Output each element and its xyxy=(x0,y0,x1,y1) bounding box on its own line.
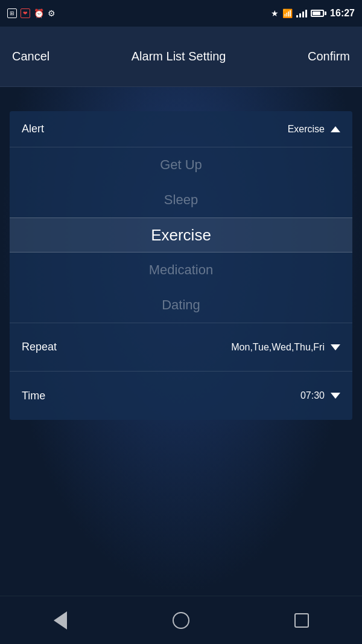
nav-recent-button[interactable] xyxy=(291,610,313,631)
alert-row[interactable]: Alert Exercise xyxy=(10,111,352,147)
picker-item-exercise[interactable]: Exercise xyxy=(10,217,352,253)
wifi-icon: 📶 xyxy=(282,8,293,18)
page-title: Alarm List Setting xyxy=(132,50,226,63)
status-bar-right: ★ 📶 16:27 xyxy=(271,8,355,19)
confirm-button[interactable]: Confirm xyxy=(308,50,350,63)
time-value: 07:30 xyxy=(300,390,325,401)
picker-item-sleep[interactable]: Sleep xyxy=(10,182,352,217)
app-icon-1: ⊞ xyxy=(7,8,17,18)
alert-value-container: Exercise xyxy=(288,124,340,135)
status-bar: ⊞ ❤ ⏰ ⚙ ★ 📶 16:27 xyxy=(0,0,362,27)
status-bar-left: ⊞ ❤ ⏰ ⚙ xyxy=(7,8,56,18)
repeat-label: Repeat xyxy=(22,341,57,353)
picker-item-dating[interactable]: Dating xyxy=(10,288,352,323)
recent-apps-icon xyxy=(294,613,309,628)
repeat-value-container: Mon,Tue,Wed,Thu,Fri xyxy=(231,342,340,353)
time-value-container: 07:30 xyxy=(300,390,340,401)
settings-card: Alert Exercise Get Up Sleep Exercise Med… xyxy=(10,111,352,420)
repeat-chevron-down-icon[interactable] xyxy=(331,344,340,350)
battery-icon xyxy=(311,10,326,17)
alert-label: Alert xyxy=(22,123,44,135)
app-icon-3: ⏰ xyxy=(34,8,44,18)
picker-item-medication[interactable]: Medication xyxy=(10,253,352,288)
main-content: Alert Exercise Get Up Sleep Exercise Med… xyxy=(0,87,362,596)
bottom-nav xyxy=(0,596,362,644)
bluetooth-icon: ★ xyxy=(271,8,279,18)
alert-value: Exercise xyxy=(288,124,325,135)
home-icon xyxy=(173,612,189,629)
picker-item-get-up[interactable]: Get Up xyxy=(10,147,352,182)
status-time: 16:27 xyxy=(330,8,355,19)
header-bar: Cancel Alarm List Setting Confirm xyxy=(0,27,362,87)
alert-chevron-up-icon[interactable] xyxy=(331,126,340,132)
nav-back-button[interactable] xyxy=(49,610,71,631)
repeat-row[interactable]: Repeat Mon,Tue,Wed,Thu,Fri xyxy=(10,323,352,372)
time-row[interactable]: Time 07:30 xyxy=(10,372,352,420)
picker-area: Get Up Sleep Exercise Medication Dating xyxy=(10,147,352,323)
time-label: Time xyxy=(22,390,45,402)
app-icon-4: ⚙ xyxy=(48,8,56,18)
repeat-value: Mon,Tue,Wed,Thu,Fri xyxy=(231,342,325,353)
nav-home-button[interactable] xyxy=(170,610,192,631)
cancel-button[interactable]: Cancel xyxy=(12,50,49,63)
time-chevron-down-icon[interactable] xyxy=(331,393,340,399)
app-icon-2: ❤ xyxy=(21,8,30,18)
signal-icon xyxy=(296,9,307,18)
back-icon xyxy=(54,611,67,630)
